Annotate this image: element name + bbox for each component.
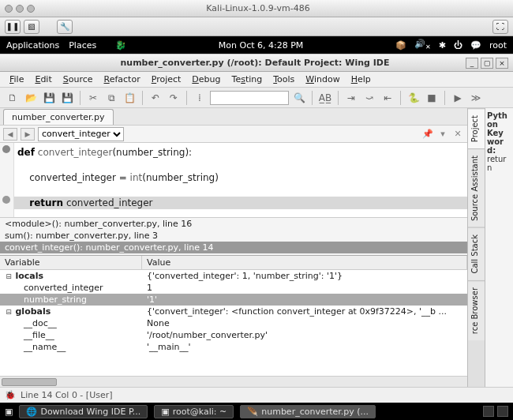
menu-window[interactable]: Window <box>301 73 344 86</box>
tab-source-assistant[interactable]: Source Assistant <box>468 148 485 227</box>
code-editor[interactable]: def convert_integer(number_string): conv… <box>0 143 467 218</box>
menu-refactor[interactable]: Refactor <box>99 73 145 86</box>
save-icon[interactable]: 💾 <box>41 90 57 106</box>
copy-icon[interactable]: ⧉ <box>103 90 119 106</box>
stack-frame-selected[interactable]: convert_integer(): number_converter.py, … <box>0 242 467 253</box>
vm-host-titlebar: Kali-Linux-1.0.9-vm-486 <box>0 0 513 17</box>
kali-panel: Applications Places 🐉 Mon Oct 6, 4:28 PM… <box>0 36 513 54</box>
function-selector[interactable]: convert_integer <box>38 127 124 141</box>
keyword-panel: PythonKeyword: return <box>485 108 513 387</box>
tab-rce-browser[interactable]: rce Browser <box>468 280 485 340</box>
step-out-icon[interactable]: ⇤ <box>380 90 395 106</box>
minimize-dot[interactable] <box>16 5 24 13</box>
volume-icon[interactable]: 🔊✕ <box>414 39 431 51</box>
pause-button[interactable]: ❚❚ <box>5 20 21 34</box>
clock[interactable]: Mon Oct 6, 4:28 PM <box>219 40 304 51</box>
call-stack-panel[interactable]: <module>(): number_converter.py, line 16… <box>0 218 467 256</box>
variable-header[interactable]: Variable <box>0 256 142 269</box>
window-titlebar[interactable]: number_converter.py (/root): Default Pro… <box>0 54 513 72</box>
power-icon[interactable]: ⏻ <box>454 40 462 51</box>
stack-frame[interactable]: sum(): number_converter.py, line 3 <box>0 230 467 242</box>
var-row[interactable]: converted_integer 1 <box>0 282 467 294</box>
menu-tools[interactable]: Tools <box>268 73 299 86</box>
snapshot-button[interactable]: ▧ <box>24 20 39 34</box>
keyword-value: return <box>487 155 511 172</box>
pin-icon[interactable]: 📌 <box>421 128 434 141</box>
cut-icon[interactable]: ✂ <box>85 90 101 106</box>
breakpoint-icon[interactable] <box>2 196 10 204</box>
bug-icon[interactable]: 🐞 <box>5 390 16 400</box>
stop-icon[interactable]: ■ <box>424 90 440 106</box>
open-icon[interactable]: 📂 <box>23 90 39 106</box>
fullscreen-button[interactable]: ⛶ <box>492 20 508 34</box>
menu-project[interactable]: Project <box>147 73 186 86</box>
undo-icon[interactable]: ↶ <box>148 90 163 106</box>
menu-source[interactable]: Source <box>58 73 98 86</box>
places-menu[interactable]: Places <box>69 40 96 51</box>
file-tabs: number_converter.py <box>0 108 467 126</box>
indent-icon[interactable]: A̲B̲ <box>317 90 333 106</box>
task-item-active[interactable]: 🪶number_converter.py (... <box>240 405 376 418</box>
var-row[interactable]: __name__ '__main__' <box>0 341 467 353</box>
window-title: number_converter.py (/root): Default Pro… <box>44 58 466 68</box>
task-item[interactable]: 🌐Download Wing IDE P... <box>19 405 148 418</box>
search-input[interactable] <box>210 91 289 105</box>
menu-debug[interactable]: Debug <box>187 73 225 86</box>
close-button[interactable]: × <box>496 58 508 69</box>
python-icon[interactable]: 🐍 <box>406 90 421 106</box>
show-desktop-icon[interactable]: ▣ <box>5 407 13 417</box>
save-all-icon[interactable]: 💾 <box>59 90 75 106</box>
more-icon[interactable]: ≫ <box>468 90 484 106</box>
paste-icon[interactable]: 📋 <box>122 90 137 106</box>
task-item[interactable]: ▣root@kali: ~ <box>154 405 234 418</box>
menu-edit[interactable]: Edit <box>30 73 56 86</box>
file-tab-active[interactable]: number_converter.py <box>3 109 114 125</box>
goto-icon[interactable]: ⁞ <box>192 90 208 106</box>
var-row-locals[interactable]: ⊟ locals {'converted_integer': 1, 'numbe… <box>0 270 467 282</box>
menu-testing[interactable]: Testing <box>227 73 268 86</box>
new-file-icon[interactable]: 🗋 <box>5 90 21 106</box>
maximize-button[interactable]: ▢ <box>481 58 493 69</box>
workspace-1-icon[interactable] <box>483 406 494 417</box>
menu-file[interactable]: FFileile <box>5 73 28 86</box>
fold-marker-icon[interactable] <box>2 145 10 153</box>
horizontal-scrollbar[interactable] <box>0 376 467 387</box>
zoom-dot[interactable] <box>27 5 35 13</box>
kali-logo-icon[interactable]: 🐉 <box>115 40 126 51</box>
var-row[interactable]: __doc__ None <box>0 317 467 329</box>
kali-taskbar: ▣ 🌐Download Wing IDE P... ▣root@kali: ~ … <box>0 403 513 420</box>
tab-call-stack[interactable]: Call Stack <box>468 227 485 280</box>
applications-menu[interactable]: Applications <box>6 40 59 51</box>
step-in-icon[interactable]: ⇥ <box>343 90 359 106</box>
media-icon[interactable]: 📦 <box>395 40 406 51</box>
stack-frame[interactable]: <module>(): number_converter.py, line 16 <box>0 218 467 230</box>
close-dot[interactable] <box>5 5 13 13</box>
close-editor-icon[interactable]: ✕ <box>451 128 464 141</box>
nav-back-icon[interactable]: ◀ <box>3 128 17 141</box>
value-header[interactable]: Value <box>142 256 467 269</box>
function-bar: ◀ ▶ convert_integer 📌 ▾ ✕ <box>0 126 467 143</box>
user-label[interactable]: root <box>489 40 507 51</box>
var-row-selected[interactable]: number_string '1' <box>0 294 467 306</box>
var-row-globals[interactable]: ⊟ globals {'convert_integer': <function … <box>0 306 467 317</box>
bluetooth-icon[interactable]: ✱ <box>439 40 446 51</box>
chat-icon[interactable]: 💬 <box>470 40 481 51</box>
var-row[interactable]: __file__ '/root/number_converter.py' <box>0 329 467 341</box>
right-tool-tabs: Project Source Assistant Call Stack rce … <box>467 108 485 387</box>
keyword-title: PythonKeyword: <box>487 111 511 155</box>
menu-help[interactable]: Help <box>346 73 376 86</box>
settings-button[interactable]: 🔧 <box>57 20 73 34</box>
redo-icon[interactable]: ↷ <box>166 90 182 106</box>
run-icon[interactable]: ▶ <box>450 90 466 106</box>
nav-fwd-icon[interactable]: ▶ <box>21 128 35 141</box>
minimize-button[interactable]: _ <box>466 58 478 69</box>
search-icon[interactable]: 🔍 <box>291 90 307 106</box>
workspace-2-icon[interactable] <box>497 406 508 417</box>
status-text: Line 14 Col 0 - [User] <box>21 390 113 400</box>
step-over-icon[interactable]: ⤻ <box>361 90 377 106</box>
menubar: FFileile Edit Source Refactor Project De… <box>0 72 513 88</box>
options-icon[interactable]: ▾ <box>436 128 449 141</box>
tab-project[interactable]: Project <box>468 108 485 148</box>
statusbar: 🐞 Line 14 Col 0 - [User] <box>0 387 513 403</box>
scrollbar-thumb[interactable] <box>2 378 57 386</box>
